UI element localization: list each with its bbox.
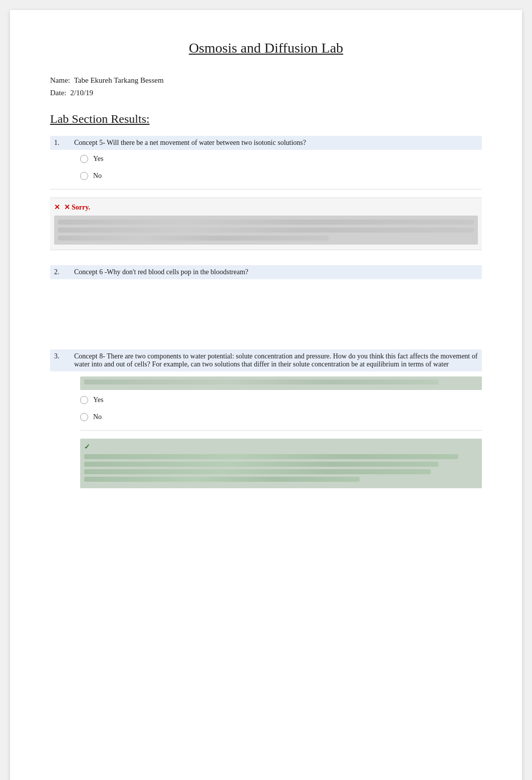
q3-radio-yes[interactable]	[80, 396, 88, 404]
blurred-line-1	[58, 220, 474, 225]
q3-blur-f1	[84, 454, 458, 459]
q3-option-yes[interactable]: Yes	[80, 396, 482, 404]
option-yes-label: Yes	[93, 155, 103, 163]
q3-blur-1	[84, 379, 438, 384]
question-2-row: 2. Concept 6 -Why don't red blood cells …	[50, 265, 482, 279]
name-row: Name: Tabe Ekureh Tarkang Bessem	[50, 76, 482, 85]
radio-no[interactable]	[80, 172, 88, 180]
radio-yes[interactable]	[80, 155, 88, 163]
question-3-number: 3.	[54, 352, 74, 360]
option-no-label: No	[93, 172, 102, 180]
q3-feedback-header: ✓	[84, 443, 478, 451]
q3-feedback-bar: ✓	[80, 439, 482, 488]
date-value: 2/10/19	[70, 89, 93, 97]
separator-1	[50, 189, 482, 189]
question-1-number: 1.	[54, 139, 74, 147]
name-value: Tabe Ekureh Tarkang Bessem	[74, 76, 164, 84]
question-2-answer-space	[50, 284, 482, 334]
blurred-line-2	[58, 228, 474, 233]
sorry-text: ✕ Sorry.	[64, 204, 90, 211]
blurred-answer-1	[54, 216, 478, 245]
q3-radio-no[interactable]	[80, 413, 88, 421]
name-label: Name:	[50, 76, 70, 84]
feedback-sorry-1: ✕ ✕ Sorry.	[54, 203, 478, 212]
question-2-text: Concept 6 -Why don't red blood cells pop…	[74, 268, 478, 276]
q3-radio-options: Yes No	[80, 396, 482, 421]
question-1-text: Concept 5- Will there be a net movement …	[74, 139, 478, 147]
page: Osmosis and Diffusion Lab Name: Tabe Eku…	[10, 10, 522, 780]
date-label: Date:	[50, 89, 66, 97]
page-title: Osmosis and Diffusion Lab	[50, 40, 482, 56]
q3-blur-f3	[84, 469, 431, 474]
q3-option-yes-label: Yes	[93, 396, 103, 404]
question-2-number: 2.	[54, 268, 74, 276]
question-3-block: 3. Concept 8- There are two components t…	[50, 349, 482, 488]
q3-blur-f4	[84, 477, 360, 482]
option-no[interactable]: No	[80, 172, 482, 180]
question-3-text: Concept 8- There are two components to w…	[74, 352, 478, 368]
date-row: Date: 2/10/19	[50, 89, 482, 97]
q3-blur-f2	[84, 462, 438, 467]
question-2-block: 2. Concept 6 -Why don't red blood cells …	[50, 265, 482, 334]
section-heading: Lab Section Results:	[50, 112, 482, 126]
q3-blurred-bar-top	[80, 376, 482, 390]
question-1-options: Yes No	[80, 155, 482, 180]
option-yes[interactable]: Yes	[80, 155, 482, 163]
question-3-answer-area: Yes No ✓	[80, 376, 482, 488]
q3-blurred-content	[84, 454, 478, 482]
x-icon: ✕	[54, 204, 60, 211]
q3-option-no-label: No	[93, 413, 102, 421]
feedback-1: ✕ ✕ Sorry.	[50, 198, 482, 250]
separator-3	[80, 430, 482, 431]
meta-section: Name: Tabe Ekureh Tarkang Bessem Date: 2…	[50, 76, 482, 97]
question-1-block: 1. Concept 5- Will there be a net moveme…	[50, 136, 482, 250]
question-3-row: 3. Concept 8- There are two components t…	[50, 349, 482, 371]
question-1-row: 1. Concept 5- Will there be a net moveme…	[50, 136, 482, 150]
q3-option-no[interactable]: No	[80, 413, 482, 421]
blurred-line-3	[58, 236, 329, 241]
